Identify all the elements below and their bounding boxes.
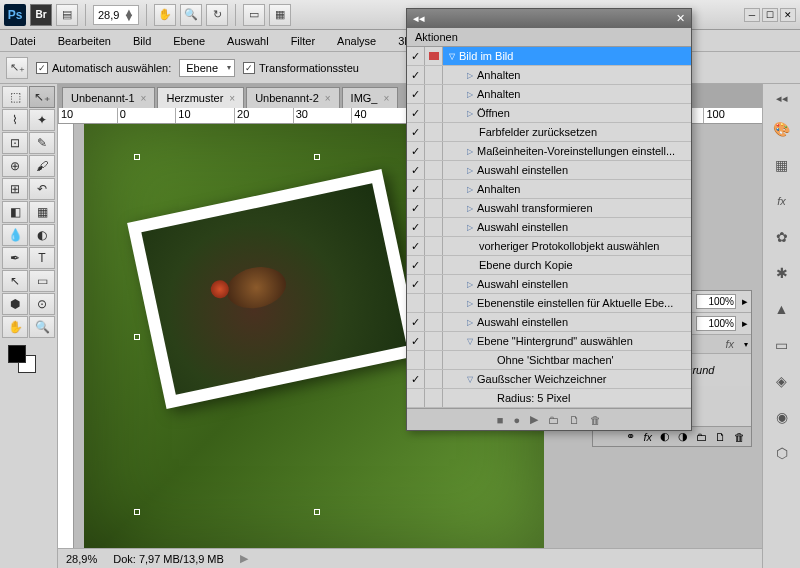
film-strip-icon[interactable]: ▤ — [56, 4, 78, 26]
actions-list[interactable]: ✓▽Bild im Bild✓▷Anhalten✓▷Anhalten✓▷Öffn… — [407, 47, 691, 408]
tab-close-icon[interactable]: × — [141, 93, 147, 104]
actions-panel-header[interactable]: ◂◂ ✕ — [407, 9, 691, 28]
action-item[interactable]: Radius: 5 Pixel — [407, 389, 691, 408]
menu-auswahl[interactable]: Auswahl — [223, 33, 273, 49]
layer-fx-icon[interactable]: fx — [643, 431, 652, 443]
document-tab[interactable]: IMG_× — [342, 87, 399, 108]
menu-bearbeiten[interactable]: Bearbeiten — [54, 33, 115, 49]
color-panel-icon[interactable]: 🎨 — [770, 117, 794, 141]
action-item[interactable]: ✓▽Ebene "Hintergrund" auswählen — [407, 332, 691, 351]
record-icon[interactable]: ● — [514, 414, 521, 426]
transform-handle[interactable] — [314, 154, 320, 160]
action-item[interactable]: ✓▷Öffnen — [407, 104, 691, 123]
path-select-tool[interactable]: ↖ — [2, 270, 28, 292]
delete-layer-icon[interactable]: 🗑 — [734, 431, 745, 443]
action-item[interactable]: ✓▷Auswahl einstellen — [407, 161, 691, 180]
link-layers-icon[interactable]: ⚭ — [626, 430, 635, 443]
collapse-panel-icon[interactable]: ◂◂ — [413, 12, 425, 25]
layer-mask-icon[interactable]: ◐ — [660, 430, 670, 443]
3d-camera-tool[interactable]: ⊙ — [29, 293, 55, 315]
opacity-input[interactable] — [696, 294, 736, 309]
swatches-panel-icon[interactable]: ▦ — [770, 153, 794, 177]
healing-tool[interactable]: ⊕ — [2, 155, 28, 177]
maximize-button[interactable]: ☐ — [762, 8, 778, 22]
action-item[interactable]: ✓▷Anhalten — [407, 85, 691, 104]
brush-tool[interactable]: 🖌 — [29, 155, 55, 177]
3d-tool[interactable]: ⬢ — [2, 293, 28, 315]
bridge-logo-icon[interactable]: Br — [30, 4, 52, 26]
menu-analyse[interactable]: Analyse — [333, 33, 380, 49]
gradient-tool[interactable]: ▦ — [29, 201, 55, 223]
hand-tool-icon[interactable]: ✋ — [154, 4, 176, 26]
auto-select-checkbox[interactable]: ✓Automatisch auswählen: — [36, 62, 171, 74]
move-tool[interactable]: ↖₊ — [29, 86, 55, 108]
play-icon[interactable]: ▶ — [530, 413, 538, 426]
close-button[interactable]: ✕ — [780, 8, 796, 22]
navigator-panel-icon[interactable]: ▭ — [770, 333, 794, 357]
transform-handle[interactable] — [314, 509, 320, 515]
action-item[interactable]: ✓▷Auswahl transformieren — [407, 199, 691, 218]
adjustments-panel-icon[interactable]: ✿ — [770, 225, 794, 249]
zoom-level-select[interactable]: 28,9▲▼ — [93, 5, 139, 25]
menu-ebene[interactable]: Ebene — [169, 33, 209, 49]
hand-tool[interactable]: ✋ — [2, 316, 28, 338]
lasso-tool[interactable]: ⌇ — [2, 109, 28, 131]
eyedropper-tool[interactable]: ✎ — [29, 132, 55, 154]
action-item[interactable]: ▷Ebenenstile einstellen für Aktuelle Ebe… — [407, 294, 691, 313]
shape-tool[interactable]: ▭ — [29, 270, 55, 292]
document-tab[interactable]: Herzmuster× — [157, 87, 244, 108]
adjustment-layer-icon[interactable]: ◑ — [678, 430, 688, 443]
stamp-tool[interactable]: ⊞ — [2, 178, 28, 200]
stop-icon[interactable]: ■ — [497, 414, 504, 426]
styles-panel-icon[interactable]: fx — [770, 189, 794, 213]
actions-tab[interactable]: Aktionen — [407, 28, 691, 47]
expand-panels-icon[interactable]: ◂◂ — [776, 92, 788, 105]
menu-bild[interactable]: Bild — [129, 33, 155, 49]
channels-panel-icon[interactable]: ◉ — [770, 405, 794, 429]
action-item[interactable]: ✓▽Gaußscher Weichzeichner — [407, 370, 691, 389]
paths-panel-icon[interactable]: ⬡ — [770, 441, 794, 465]
action-item[interactable]: Ohne 'Sichtbar machen' — [407, 351, 691, 370]
histogram-panel-icon[interactable]: ▲ — [770, 297, 794, 321]
menu-datei[interactable]: Datei — [6, 33, 40, 49]
action-item[interactable]: ✓▷Maßeinheiten-Voreinstellungen einstell… — [407, 142, 691, 161]
screen-mode-icon[interactable]: ▭ — [243, 4, 265, 26]
history-brush-tool[interactable]: ↶ — [29, 178, 55, 200]
transform-handle[interactable] — [134, 509, 140, 515]
minimize-button[interactable]: ─ — [744, 8, 760, 22]
action-item[interactable]: ✓Ebene durch Kopie — [407, 256, 691, 275]
arrange-docs-icon[interactable]: ▦ — [269, 4, 291, 26]
action-item[interactable]: ✓▷Auswahl einstellen — [407, 218, 691, 237]
transform-handle[interactable] — [134, 154, 140, 160]
tab-close-icon[interactable]: × — [229, 93, 235, 104]
action-item[interactable]: ✓▷Auswahl einstellen — [407, 275, 691, 294]
dodge-tool[interactable]: ◐ — [29, 224, 55, 246]
document-tab[interactable]: Unbenannt-2× — [246, 87, 339, 108]
eraser-tool[interactable]: ◧ — [2, 201, 28, 223]
masks-panel-icon[interactable]: ✱ — [770, 261, 794, 285]
action-item[interactable]: ✓▷Auswahl einstellen — [407, 313, 691, 332]
quick-select-tool[interactable]: ✦ — [29, 109, 55, 131]
group-icon[interactable]: 🗀 — [696, 431, 707, 443]
foreground-swatch[interactable] — [8, 345, 26, 363]
tab-close-icon[interactable]: × — [325, 93, 331, 104]
color-swatches[interactable] — [2, 343, 55, 377]
pen-tool[interactable]: ✒ — [2, 247, 28, 269]
menu-filter[interactable]: Filter — [287, 33, 319, 49]
zoom-tool-icon[interactable]: 🔍 — [180, 4, 202, 26]
new-layer-icon[interactable]: 🗋 — [715, 431, 726, 443]
new-action-icon[interactable]: 🗋 — [569, 414, 580, 426]
action-item[interactable]: ✓▽Bild im Bild — [407, 47, 691, 66]
blur-tool[interactable]: 💧 — [2, 224, 28, 246]
action-item[interactable]: ✓▷Anhalten — [407, 180, 691, 199]
tab-close-icon[interactable]: × — [384, 93, 390, 104]
action-item[interactable]: ✓vorheriger Protokollobjekt auswählen — [407, 237, 691, 256]
type-tool[interactable]: T — [29, 247, 55, 269]
delete-icon[interactable]: 🗑 — [590, 414, 601, 426]
document-tab[interactable]: Unbenannt-1× — [62, 87, 155, 108]
auto-select-type-select[interactable]: Ebene — [179, 59, 235, 77]
layers-panel-icon[interactable]: ◈ — [770, 369, 794, 393]
action-item[interactable]: ✓▷Anhalten — [407, 66, 691, 85]
action-item[interactable]: ✓Farbfelder zurücksetzen — [407, 123, 691, 142]
marquee-tool[interactable]: ⬚ — [2, 86, 28, 108]
